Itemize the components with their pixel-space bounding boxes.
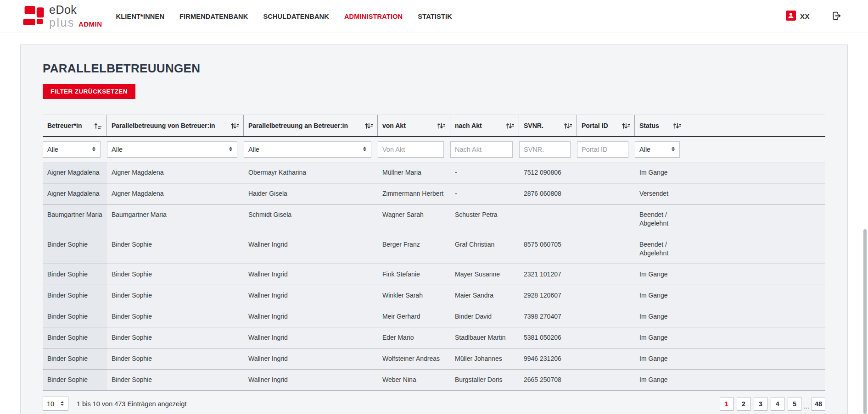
cell-parallelbetreuung-an: Wallner Ingrid [244,264,378,285]
logout-button[interactable] [831,10,842,23]
column-header-parallelbetreuung-von-betreuer-in[interactable]: Parallelbetreuung von Betreuer:in [107,115,244,136]
table-row[interactable]: Aigner MagdalenaAigner MagdalenaHaider G… [43,183,825,204]
column-header-parallelbetreuung-an-betreuer-in[interactable]: Parallelbetreuung an Betreuer:in [244,115,378,136]
select-arrows-icon [671,146,675,153]
nav-item-administration[interactable]: ADMINISTRATION [344,13,403,20]
table-row[interactable]: Baumgartner MariaBaumgartner MariaSchmid… [43,204,825,234]
nav-item-firmendatenbank[interactable]: FIRMENDATENBANK [179,13,248,20]
column-header-label: nach Akt [455,122,482,129]
nav-item-schuldatenbank[interactable]: SCHULDATENBANK [263,13,329,20]
filter-select-parallelbetreuung-an[interactable]: Alle [244,141,371,158]
cell-portal-id [577,234,635,264]
filter-select-status[interactable]: Alle [635,141,680,158]
sort-icon [564,122,572,129]
cell-spacer [686,370,825,390]
cell-svnr: 2665 250708 [519,370,577,390]
filter-input-nach-akt[interactable] [450,141,513,158]
cell-svnr: 9946 231206 [519,348,577,369]
table-row[interactable]: Binder SophieBinder SophieWallner Ingrid… [43,285,825,306]
nav-item-statistik[interactable]: STATISTIK [418,13,452,20]
cell-status: Im Gange [635,264,686,285]
user-menu[interactable]: XX [786,11,810,22]
cell-parallelbetreuung-von: Aigner Magdalena [107,162,244,183]
filter-input-von-akt[interactable] [378,141,444,158]
cell-parallelbetreuung-von: Aigner Magdalena [107,183,244,204]
sort-icon [437,122,445,129]
nav-item-klient-innen[interactable]: KLIENT*INNEN [116,13,165,20]
cell-svnr: 7398 270407 [519,306,577,327]
cell-spacer [686,348,825,369]
cell-portal-id [577,306,635,327]
cell-betreuer: Binder Sophie [43,264,107,285]
filter-input-svnr[interactable] [519,141,571,158]
sort-icon [622,122,630,129]
cell-von-akt: Berger Franz [378,234,450,264]
cell-svnr: 2928 120607 [519,285,577,306]
cell-von-akt: Müllner Maria [378,162,450,183]
header-right: XX [786,10,842,23]
cell-svnr [519,204,577,234]
logo-text: eDok plus ADMIN [49,4,102,28]
cell-betreuer: Binder Sophie [43,348,107,369]
pagination: 12345...48 [720,397,825,411]
page-button-3[interactable]: 3 [754,397,767,411]
table-row[interactable]: Binder SophieBinder SophieWallner Ingrid… [43,234,825,264]
cell-von-akt: Meir Gerhard [378,306,450,327]
cell-betreuer: Baumgartner Maria [43,204,107,234]
table-filter-row: AlleAlleAlleAlle [43,137,825,162]
parallelbetreuungen-table: Betreuer*inParallelbetreuung von Betreue… [43,115,825,391]
table-row[interactable]: Binder SophieBinder SophieWallner Ingrid… [43,264,825,285]
page-size-value: 10 [47,400,54,408]
cell-spacer [686,234,825,264]
cell-von-akt: Weber Nina [378,370,450,390]
cell-status: Im Gange [635,370,686,390]
cell-svnr: 2321 101207 [519,264,577,285]
filter-select-parallelbetreuung-von[interactable]: Alle [107,141,237,158]
cell-nach-akt: - [450,183,519,204]
sort-icon [673,122,681,129]
column-header-label: SVNR. [524,122,543,129]
table-row[interactable]: Binder SophieBinder SophieWallner Ingrid… [43,306,825,327]
column-header-label: Betreuer*in [47,122,82,129]
cell-spacer [686,183,825,204]
column-header-betreuer-in[interactable]: Betreuer*in [43,115,107,136]
app-logo[interactable]: eDok plus ADMIN [23,4,102,28]
page-button-2[interactable]: 2 [737,397,750,411]
cell-portal-id [577,370,635,390]
cell-status: Beendet / Abgelehnt [635,204,686,234]
filter-reset-button[interactable]: FILTER ZURÜCKSETZEN [43,84,135,99]
page-button-48[interactable]: 48 [812,397,825,411]
column-header-label: Parallelbetreuung von Betreuer:in [112,122,215,129]
column-header-label: Status [639,122,659,129]
cell-svnr: 7512 090806 [519,162,577,183]
table-row[interactable]: Binder SophieBinder SophieWallner Ingrid… [43,370,825,391]
table-row[interactable]: Binder SophieBinder SophieWallner Ingrid… [43,327,825,348]
logo-admin-badge: ADMIN [78,21,102,28]
cell-parallelbetreuung-von: Binder Sophie [107,285,244,306]
cell-spacer [686,327,825,348]
filter-select-betreuer[interactable]: Alle [43,141,101,158]
cell-nach-akt: Stadlbauer Martin [450,327,519,348]
table-footer: 10 1 bis 10 von 473 Einträgen angezeigt … [43,397,825,411]
filter-select-value: Alle [248,146,259,153]
cell-nach-akt: Burgstaller Doris [450,370,519,390]
table-row[interactable]: Binder SophieBinder SophieWallner Ingrid… [43,348,825,370]
scrollbar-thumb[interactable] [863,229,867,414]
table-row[interactable]: Aigner MagdalenaAigner MagdalenaObermayr… [43,162,825,183]
cell-nach-akt: Graf Christian [450,234,519,264]
column-header-svnr[interactable]: SVNR. [519,115,577,136]
select-arrows-icon [60,400,64,408]
column-header-von-akt[interactable]: von Akt [378,115,450,136]
column-header-nach-akt[interactable]: nach Akt [450,115,519,136]
page-button-5[interactable]: 5 [788,397,801,411]
column-header-label: Parallelbetreuung an Betreuer:in [248,122,348,129]
page-button-4[interactable]: 4 [771,397,784,411]
pagination-ellipsis: ... [804,403,809,410]
page-size-select[interactable]: 10 [43,397,68,411]
cell-von-akt: Eder Mario [378,327,450,348]
column-header-portal-id[interactable]: Portal ID [577,115,635,136]
cell-betreuer: Binder Sophie [43,370,107,390]
page-button-1[interactable]: 1 [720,397,734,411]
column-header-status[interactable]: Status [635,115,686,136]
filter-input-portal-id[interactable] [577,141,628,158]
